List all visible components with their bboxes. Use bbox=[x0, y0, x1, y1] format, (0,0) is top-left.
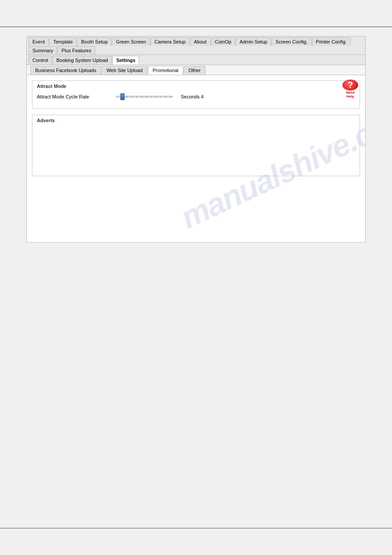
tab-about[interactable]: About bbox=[190, 37, 211, 46]
slider-dot bbox=[170, 96, 171, 98]
slider-thumb[interactable] bbox=[120, 93, 125, 100]
seconds-value-label: Seconds 4 bbox=[181, 94, 204, 99]
slider-dot bbox=[155, 96, 156, 98]
attract-mode-title: Attract Mode bbox=[37, 83, 355, 89]
third-tab-bar: Business Facebook Uploads Web Site Uploa… bbox=[27, 65, 365, 75]
tab-summary[interactable]: Summary bbox=[29, 46, 57, 54]
tab-business-facebook-uploads[interactable]: Business Facebook Uploads bbox=[30, 66, 101, 75]
slider-dot bbox=[151, 96, 151, 98]
top-border bbox=[0, 26, 392, 27]
top-tab-bar: Event Template Booth Setup Green Screen … bbox=[27, 36, 365, 55]
content-area: Need Help Attract Mode Attract Mode Cycl… bbox=[27, 75, 365, 242]
tab-settings[interactable]: Settings bbox=[112, 56, 139, 65]
need-help-button[interactable]: Need Help bbox=[340, 80, 361, 99]
slider-dot bbox=[127, 96, 128, 98]
bottom-border bbox=[0, 528, 392, 529]
slider-dot bbox=[165, 96, 166, 98]
tab-green-screen[interactable]: Green Screen bbox=[112, 37, 150, 46]
attract-mode-section: Attract Mode Attract Mode Cycle Rate bbox=[32, 80, 360, 109]
tab-booking-system-upload[interactable]: Booking System Upload bbox=[52, 56, 111, 65]
tab-plus-features[interactable]: Plus Features bbox=[58, 46, 95, 54]
slider-dot bbox=[132, 96, 133, 98]
tab-web-site-upload[interactable]: Web Site Upload bbox=[101, 66, 147, 75]
tab-coinop[interactable]: CoinOp bbox=[211, 37, 235, 46]
adverts-title: Adverts bbox=[37, 118, 355, 123]
tab-admin-setup[interactable]: Admin Setup bbox=[236, 37, 271, 46]
slider-dot bbox=[141, 96, 142, 98]
content-outer: Need Help Attract Mode Attract Mode Cycl… bbox=[27, 75, 365, 242]
tab-template[interactable]: Template bbox=[49, 37, 77, 46]
adverts-section: Adverts bbox=[32, 115, 360, 176]
tab-other[interactable]: Other bbox=[183, 66, 205, 75]
slider-dot bbox=[137, 96, 137, 98]
tab-printer-config[interactable]: Printer Config. bbox=[312, 37, 351, 46]
need-help-label: Need Help bbox=[346, 91, 355, 99]
need-help-icon bbox=[342, 80, 358, 91]
tab-promotional[interactable]: Promotional bbox=[148, 66, 183, 75]
second-tab-bar: Control Booking System Upload Settings bbox=[27, 55, 365, 65]
attract-mode-cycle-rate-row: Attract Mode Cycle Rate bbox=[37, 92, 355, 101]
tab-screen-config[interactable]: Screen Config. bbox=[272, 37, 312, 46]
slider-dot bbox=[146, 96, 147, 98]
slider-dot bbox=[160, 96, 161, 98]
page-wrapper: Event Template Booth Setup Green Screen … bbox=[0, 0, 392, 555]
tab-camera-setup[interactable]: Camera Setup bbox=[151, 37, 190, 46]
tab-booth-setup[interactable]: Booth Setup bbox=[77, 37, 112, 46]
slider-dots bbox=[127, 96, 171, 98]
tab-control[interactable]: Control bbox=[29, 56, 52, 65]
main-container: Event Template Booth Setup Green Screen … bbox=[26, 36, 366, 243]
tab-event[interactable]: Event bbox=[29, 37, 49, 46]
attract-mode-cycle-rate-label: Attract Mode Cycle Rate bbox=[37, 94, 116, 99]
cycle-rate-slider[interactable] bbox=[116, 92, 173, 101]
